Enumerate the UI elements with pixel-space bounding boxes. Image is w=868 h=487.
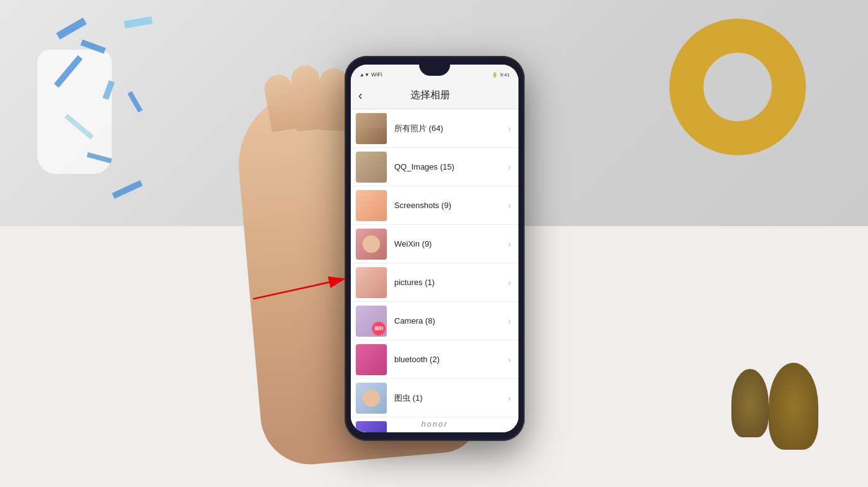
chevron-right-icon-screenshots: › xyxy=(508,201,511,211)
face-indicator xyxy=(363,235,380,253)
yellow-ring-decoration xyxy=(669,19,806,155)
signal-icon: ▲▼ xyxy=(359,72,369,78)
album-item-pictures[interactable]: pictures (1) › xyxy=(351,263,518,302)
chevron-right-icon-qq: › xyxy=(508,162,511,172)
album-name-system-files: SystemFilesZsyj (1) xyxy=(394,432,508,432)
album-thumb-tuichong xyxy=(356,383,387,414)
chevron-right-icon-camera: › xyxy=(508,316,511,326)
album-item-bluetooth[interactable]: bluetooth (2) › xyxy=(351,340,518,379)
top-bar: ‹ 选择相册 xyxy=(351,82,518,109)
camera-badge: 福利 xyxy=(372,322,386,335)
chevron-right-icon-bluetooth: › xyxy=(508,355,511,365)
album-thumb-weixin xyxy=(356,229,387,260)
face-indicator-2 xyxy=(363,389,380,407)
album-thumb-screenshots xyxy=(356,190,387,221)
chevron-right-icon-system: › xyxy=(508,432,511,433)
battery-icon: 🔋 xyxy=(492,72,498,78)
pine-cone-1 xyxy=(769,363,818,450)
honor-logo: honor xyxy=(421,419,448,429)
album-name-bluetooth: bluetooth (2) xyxy=(394,355,508,364)
album-item-qq-images[interactable]: QQ_Images (15) › xyxy=(351,148,518,186)
album-name-weixin: WeiXin (9) xyxy=(394,239,508,248)
album-item-weixin[interactable]: WeiXin (9) › xyxy=(351,225,518,263)
chevron-right-icon-tuichong: › xyxy=(508,393,511,403)
album-list: 所有照片 (64) › QQ_Images (15) › Screenshots… xyxy=(351,109,518,432)
album-thumb-qq-images xyxy=(356,152,387,183)
chevron-right-icon: › xyxy=(508,124,511,134)
album-name-pictures: pictures (1) xyxy=(394,278,508,287)
album-thumb-all-photos xyxy=(356,113,387,144)
time-display: 9:41 xyxy=(500,72,510,78)
album-thumb-camera: 福利 xyxy=(356,306,387,337)
album-item-all-photos[interactable]: 所有照片 (64) › xyxy=(351,109,518,148)
album-name-all-photos: 所有照片 (64) xyxy=(394,123,508,134)
phone-screen: ▲▼ WiFi 🔋 9:41 ‹ 选择相册 xyxy=(351,65,518,432)
svg-line-1 xyxy=(253,279,345,299)
hand-container: ▲▼ WiFi 🔋 9:41 ‹ 选择相册 xyxy=(217,25,652,472)
chevron-right-icon-pictures: › xyxy=(508,278,511,288)
pine-cone-2 xyxy=(731,369,769,437)
album-item-tuichong[interactable]: 图虫 (1) › xyxy=(351,379,518,417)
album-thumb-bluetooth xyxy=(356,344,387,375)
album-name-camera: Camera (8) xyxy=(394,316,508,325)
album-item-camera[interactable]: 福利 Camera (8) › xyxy=(351,302,518,340)
status-left: ▲▼ WiFi xyxy=(359,71,382,78)
phone-body: ▲▼ WiFi 🔋 9:41 ‹ 选择相册 xyxy=(345,56,525,441)
page-title: 选择相册 xyxy=(368,89,494,102)
back-button[interactable]: ‹ xyxy=(358,88,363,102)
album-item-screenshots[interactable]: Screenshots (9) › xyxy=(351,186,518,225)
album-thumb-system xyxy=(356,421,387,433)
album-name-qq-images: QQ_Images (15) xyxy=(394,162,508,171)
red-arrow-annotation xyxy=(239,273,369,307)
chevron-right-icon-weixin: › xyxy=(508,239,511,249)
album-name-tuichong: 图虫 (1) xyxy=(394,393,508,404)
status-right: 🔋 9:41 xyxy=(492,72,510,78)
album-name-screenshots: Screenshots (9) xyxy=(394,201,508,210)
wifi-icon: WiFi xyxy=(371,71,382,78)
